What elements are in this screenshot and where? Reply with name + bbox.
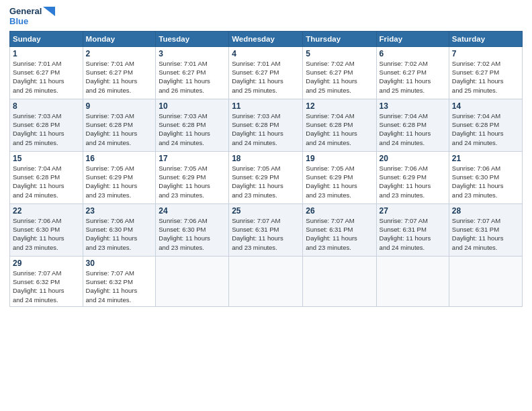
day-number: 23 bbox=[86, 206, 153, 216]
empty-cell bbox=[156, 256, 229, 306]
day-number: 2 bbox=[86, 49, 153, 58]
day-info: Sunrise: 7:05 AMSunset: 6:29 PMDaylight:… bbox=[159, 164, 226, 199]
table-row: 20 Sunrise: 7:06 AMSunset: 6:29 PMDaylig… bbox=[376, 151, 449, 203]
day-number: 5 bbox=[306, 49, 373, 58]
week-row: 1 Sunrise: 7:01 AMSunset: 6:27 PMDayligh… bbox=[10, 46, 523, 99]
day-info: Sunrise: 7:01 AMSunset: 6:27 PMDaylight:… bbox=[232, 59, 300, 95]
day-number: 18 bbox=[232, 154, 300, 163]
day-number: 29 bbox=[13, 259, 80, 268]
table-row: 12 Sunrise: 7:04 AMSunset: 6:28 PMDaylig… bbox=[303, 99, 376, 151]
day-info: Sunrise: 7:07 AMSunset: 6:32 PMDaylight:… bbox=[86, 269, 153, 304]
day-number: 10 bbox=[159, 101, 226, 111]
calendar-header-row: Sunday Monday Tuesday Wednesday Thursday… bbox=[10, 31, 523, 46]
calendar: Sunday Monday Tuesday Wednesday Thursday… bbox=[9, 31, 523, 307]
col-wednesday: Wednesday bbox=[229, 31, 303, 46]
table-row: 18 Sunrise: 7:05 AMSunset: 6:29 PMDaylig… bbox=[229, 151, 303, 203]
day-number: 4 bbox=[232, 49, 300, 58]
day-number: 17 bbox=[159, 154, 226, 163]
day-info: Sunrise: 7:07 AMSunset: 6:31 PMDaylight:… bbox=[232, 216, 300, 252]
table-row: 6 Sunrise: 7:02 AMSunset: 6:27 PMDayligh… bbox=[376, 46, 449, 99]
table-row: 19 Sunrise: 7:05 AMSunset: 6:29 PMDaylig… bbox=[303, 151, 376, 203]
day-number: 24 bbox=[159, 206, 226, 216]
day-info: Sunrise: 7:06 AMSunset: 6:30 PMDaylight:… bbox=[86, 216, 153, 252]
table-row: 11 Sunrise: 7:03 AMSunset: 6:28 PMDaylig… bbox=[229, 99, 303, 151]
day-number: 11 bbox=[232, 101, 300, 111]
table-row: 4 Sunrise: 7:01 AMSunset: 6:27 PMDayligh… bbox=[229, 46, 303, 99]
day-number: 20 bbox=[380, 154, 446, 163]
logo: General Blue bbox=[9, 7, 55, 27]
table-row: 15 Sunrise: 7:04 AMSunset: 6:28 PMDaylig… bbox=[10, 151, 83, 203]
day-number: 13 bbox=[380, 101, 446, 111]
col-sunday: Sunday bbox=[10, 31, 83, 46]
day-number: 12 bbox=[306, 101, 373, 111]
empty-cell bbox=[229, 256, 303, 306]
day-info: Sunrise: 7:05 AMSunset: 6:29 PMDaylight:… bbox=[306, 164, 373, 199]
col-saturday: Saturday bbox=[449, 31, 522, 46]
table-row: 7 Sunrise: 7:02 AMSunset: 6:27 PMDayligh… bbox=[449, 46, 522, 99]
day-info: Sunrise: 7:04 AMSunset: 6:28 PMDaylight:… bbox=[306, 111, 373, 147]
week-row: 29 Sunrise: 7:07 AMSunset: 6:32 PMDaylig… bbox=[10, 256, 523, 306]
day-number: 9 bbox=[86, 101, 153, 111]
table-row: 9 Sunrise: 7:03 AMSunset: 6:28 PMDayligh… bbox=[83, 99, 156, 151]
day-number: 25 bbox=[232, 206, 300, 216]
day-number: 21 bbox=[452, 154, 519, 163]
day-info: Sunrise: 7:06 AMSunset: 6:30 PMDaylight:… bbox=[452, 164, 519, 199]
week-row: 15 Sunrise: 7:04 AMSunset: 6:28 PMDaylig… bbox=[10, 151, 523, 203]
table-row: 30 Sunrise: 7:07 AMSunset: 6:32 PMDaylig… bbox=[83, 256, 156, 306]
table-row: 13 Sunrise: 7:04 AMSunset: 6:28 PMDaylig… bbox=[376, 99, 449, 151]
table-row: 2 Sunrise: 7:01 AMSunset: 6:27 PMDayligh… bbox=[83, 46, 156, 99]
table-row: 16 Sunrise: 7:05 AMSunset: 6:29 PMDaylig… bbox=[83, 151, 156, 203]
day-info: Sunrise: 7:02 AMSunset: 6:27 PMDaylight:… bbox=[306, 59, 373, 95]
day-number: 7 bbox=[452, 49, 519, 58]
day-info: Sunrise: 7:04 AMSunset: 6:28 PMDaylight:… bbox=[380, 111, 446, 147]
table-row: 3 Sunrise: 7:01 AMSunset: 6:27 PMDayligh… bbox=[156, 46, 229, 99]
table-row: 27 Sunrise: 7:07 AMSunset: 6:31 PMDaylig… bbox=[376, 203, 449, 256]
day-info: Sunrise: 7:06 AMSunset: 6:30 PMDaylight:… bbox=[13, 216, 80, 252]
day-number: 6 bbox=[380, 49, 446, 58]
day-number: 22 bbox=[13, 206, 80, 216]
empty-cell bbox=[303, 256, 376, 306]
day-info: Sunrise: 7:01 AMSunset: 6:27 PMDaylight:… bbox=[86, 59, 153, 95]
day-number: 14 bbox=[452, 101, 519, 111]
day-info: Sunrise: 7:07 AMSunset: 6:32 PMDaylight:… bbox=[13, 269, 80, 304]
empty-cell bbox=[376, 256, 449, 306]
logo-triangle-icon bbox=[43, 7, 55, 16]
table-row: 23 Sunrise: 7:06 AMSunset: 6:30 PMDaylig… bbox=[83, 203, 156, 256]
empty-cell bbox=[449, 256, 522, 306]
day-number: 19 bbox=[306, 154, 373, 163]
header: General Blue bbox=[9, 7, 523, 27]
day-info: Sunrise: 7:07 AMSunset: 6:31 PMDaylight:… bbox=[306, 216, 373, 252]
col-thursday: Thursday bbox=[303, 31, 376, 46]
week-row: 8 Sunrise: 7:03 AMSunset: 6:28 PMDayligh… bbox=[10, 99, 523, 151]
day-number: 3 bbox=[159, 49, 226, 58]
day-info: Sunrise: 7:05 AMSunset: 6:29 PMDaylight:… bbox=[86, 164, 153, 199]
day-info: Sunrise: 7:03 AMSunset: 6:28 PMDaylight:… bbox=[13, 111, 80, 147]
table-row: 1 Sunrise: 7:01 AMSunset: 6:27 PMDayligh… bbox=[10, 46, 83, 99]
day-info: Sunrise: 7:01 AMSunset: 6:27 PMDaylight:… bbox=[159, 59, 226, 95]
day-number: 8 bbox=[13, 101, 80, 111]
table-row: 29 Sunrise: 7:07 AMSunset: 6:32 PMDaylig… bbox=[10, 256, 83, 306]
col-tuesday: Tuesday bbox=[156, 31, 229, 46]
day-info: Sunrise: 7:03 AMSunset: 6:28 PMDaylight:… bbox=[232, 111, 300, 147]
day-info: Sunrise: 7:03 AMSunset: 6:28 PMDaylight:… bbox=[159, 111, 226, 147]
day-info: Sunrise: 7:04 AMSunset: 6:28 PMDaylight:… bbox=[13, 164, 80, 199]
table-row: 22 Sunrise: 7:06 AMSunset: 6:30 PMDaylig… bbox=[10, 203, 83, 256]
day-info: Sunrise: 7:05 AMSunset: 6:29 PMDaylight:… bbox=[232, 164, 300, 199]
col-monday: Monday bbox=[83, 31, 156, 46]
day-number: 26 bbox=[306, 206, 373, 216]
day-number: 1 bbox=[13, 49, 80, 58]
day-info: Sunrise: 7:01 AMSunset: 6:27 PMDaylight:… bbox=[13, 59, 80, 95]
day-info: Sunrise: 7:06 AMSunset: 6:29 PMDaylight:… bbox=[380, 164, 446, 199]
week-row: 22 Sunrise: 7:06 AMSunset: 6:30 PMDaylig… bbox=[10, 203, 523, 256]
table-row: 8 Sunrise: 7:03 AMSunset: 6:28 PMDayligh… bbox=[10, 99, 83, 151]
day-number: 30 bbox=[86, 259, 153, 268]
day-number: 27 bbox=[380, 206, 446, 216]
table-row: 28 Sunrise: 7:07 AMSunset: 6:31 PMDaylig… bbox=[449, 203, 522, 256]
table-row: 17 Sunrise: 7:05 AMSunset: 6:29 PMDaylig… bbox=[156, 151, 229, 203]
table-row: 5 Sunrise: 7:02 AMSunset: 6:27 PMDayligh… bbox=[303, 46, 376, 99]
table-row: 25 Sunrise: 7:07 AMSunset: 6:31 PMDaylig… bbox=[229, 203, 303, 256]
day-info: Sunrise: 7:02 AMSunset: 6:27 PMDaylight:… bbox=[452, 59, 519, 95]
table-row: 14 Sunrise: 7:04 AMSunset: 6:28 PMDaylig… bbox=[449, 99, 522, 151]
day-info: Sunrise: 7:04 AMSunset: 6:28 PMDaylight:… bbox=[452, 111, 519, 147]
day-info: Sunrise: 7:07 AMSunset: 6:31 PMDaylight:… bbox=[452, 216, 519, 252]
